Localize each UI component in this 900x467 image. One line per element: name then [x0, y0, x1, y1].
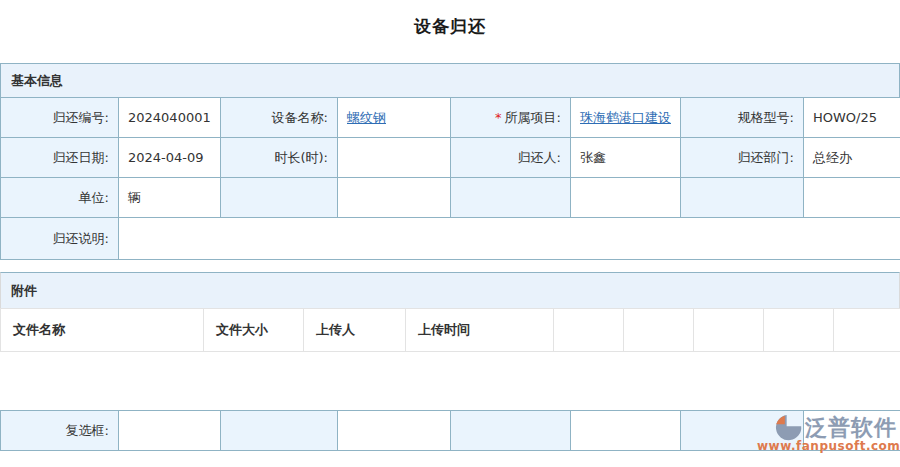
return-note-label: 归还说明: — [1, 218, 119, 260]
empty-value-cell — [571, 411, 681, 451]
returner-value: 张鑫 — [571, 138, 681, 178]
fanpu-website-url: www.fanpusoft.com — [757, 439, 897, 453]
return-date-label: 归还日期: — [1, 138, 119, 178]
empty-header-cell — [554, 309, 624, 352]
column-header-file-name: 文件名称 — [1, 309, 204, 352]
return-date-value: 2024-04-09 — [119, 138, 221, 178]
duration-label: 时长(时): — [221, 138, 338, 178]
fanpu-branding: 泛普软件 www.fanpusoft.com — [757, 413, 897, 453]
basic-info-section-title: 基本信息 — [0, 63, 900, 97]
spec-model-label: 规格型号: — [681, 98, 804, 138]
empty-label-cell — [221, 178, 338, 218]
return-no-label: 归还编号: — [1, 98, 119, 138]
attachments-header-row: 文件名称 文件大小 上传人 上传时间 — [1, 309, 900, 352]
empty-value-cell — [338, 178, 451, 218]
project-label-cell: *所属项目: — [451, 98, 571, 138]
unit-label: 单位: — [1, 178, 119, 218]
basic-info-section: 基本信息 归还编号: 2024040001 设备名称: 螺纹钢 *所属项目: 珠… — [0, 63, 900, 260]
empty-value-cell — [571, 178, 681, 218]
equipment-return-page: 设备归还 基本信息 归还编号: 2024040001 设备名称: 螺纹钢 *所属… — [0, 0, 900, 467]
empty-label-cell — [451, 411, 571, 451]
project-link[interactable]: 珠海鹤港口建设 — [580, 110, 671, 125]
empty-value-cell — [338, 411, 451, 451]
project-label: 所属项目: — [505, 110, 561, 125]
spec-model-value: HOWO/25 — [804, 98, 900, 138]
column-header-file-size: 文件大小 — [204, 309, 304, 352]
table-row: 归还说明: — [1, 218, 900, 260]
return-no-value: 2024040001 — [119, 98, 221, 138]
duration-value — [338, 138, 451, 178]
empty-header-cell — [694, 309, 764, 352]
page-title: 设备归还 — [0, 15, 900, 38]
empty-header-cell — [834, 309, 900, 352]
device-name-label: 设备名称: — [221, 98, 338, 138]
column-header-uploader: 上传人 — [304, 309, 406, 352]
empty-header-cell — [624, 309, 694, 352]
device-name-cell: 螺纹钢 — [338, 98, 451, 138]
empty-label-cell — [221, 411, 338, 451]
table-row: 单位: 辆 — [1, 178, 900, 218]
checkbox-label: 复选框: — [1, 411, 119, 451]
checkbox-cell[interactable] — [119, 411, 221, 451]
basic-info-table: 归还编号: 2024040001 设备名称: 螺纹钢 *所属项目: 珠海鹤港口建… — [0, 97, 900, 260]
device-name-link[interactable]: 螺纹钢 — [347, 110, 386, 125]
empty-label-cell — [681, 178, 804, 218]
attachments-table: 文件名称 文件大小 上传人 上传时间 — [0, 308, 900, 352]
return-dept-label: 归还部门: — [681, 138, 804, 178]
attachments-section-title: 附件 — [0, 272, 900, 308]
column-header-upload-time: 上传时间 — [406, 309, 554, 352]
unit-value: 辆 — [119, 178, 221, 218]
returner-label: 归还人: — [451, 138, 571, 178]
empty-value-cell — [804, 178, 900, 218]
required-asterisk: * — [495, 110, 502, 125]
table-row: 归还日期: 2024-04-09 时长(时): 归还人: 张鑫 归还部门: 总经… — [1, 138, 900, 178]
attachments-section: 附件 文件名称 文件大小 上传人 上传时间 — [0, 272, 900, 352]
empty-label-cell — [451, 178, 571, 218]
return-note-value — [119, 218, 900, 260]
table-row: 归还编号: 2024040001 设备名称: 螺纹钢 *所属项目: 珠海鹤港口建… — [1, 98, 900, 138]
project-cell: 珠海鹤港口建设 — [571, 98, 681, 138]
empty-header-cell — [764, 309, 834, 352]
return-dept-value: 总经办 — [804, 138, 900, 178]
